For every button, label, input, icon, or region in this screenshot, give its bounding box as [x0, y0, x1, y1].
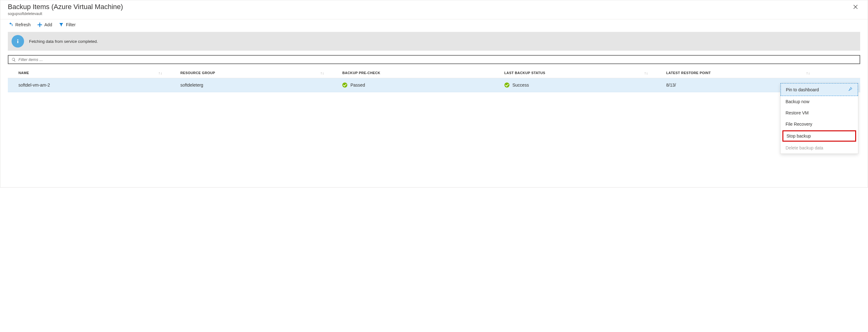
menu-backup-now-label: Backup now	[785, 99, 809, 104]
success-icon	[504, 83, 509, 87]
search-icon	[11, 57, 16, 62]
blade-header: Backup Items (Azure Virtual Machine) sog…	[0, 0, 868, 19]
success-icon	[342, 83, 347, 87]
menu-pin-to-dashboard[interactable]: Pin to dashboard	[780, 83, 858, 96]
toolbar: Refresh Add Filter	[0, 19, 868, 32]
content-area: Fetching data from service completed. Na…	[0, 32, 868, 92]
menu-stop-backup-label: Stop backup	[786, 134, 811, 138]
refresh-icon	[8, 22, 13, 28]
col-actions	[818, 68, 861, 78]
pin-icon	[848, 87, 853, 92]
cell-backup-precheck-label: Passed	[350, 83, 365, 87]
col-last-backup-status-label: Last Backup Status	[504, 71, 545, 75]
cell-last-backup-status: Success	[494, 78, 656, 92]
filter-icon	[58, 22, 64, 28]
sort-icon[interactable]: ↑↓	[320, 71, 324, 75]
sort-icon[interactable]: ↑↓	[644, 71, 648, 75]
backup-items-table: Name ↑↓ Resource Group ↑↓ Backup Pre-Che…	[8, 68, 860, 92]
filter-label: Filter	[66, 22, 75, 27]
menu-file-recovery[interactable]: File Recovery	[780, 118, 858, 130]
svg-point-0	[17, 39, 18, 40]
sort-icon[interactable]: ↑↓	[806, 71, 810, 75]
filter-input-container[interactable]	[8, 55, 860, 64]
filter-button[interactable]: Filter	[58, 22, 75, 28]
refresh-button[interactable]: Refresh	[8, 22, 31, 28]
col-resource-group[interactable]: Resource Group ↑↓	[170, 68, 332, 78]
menu-delete-backup-data: Delete backup data	[780, 142, 858, 154]
col-backup-precheck-label: Backup Pre-Check	[342, 71, 380, 75]
page-title: Backup Items (Azure Virtual Machine)	[8, 3, 123, 11]
col-last-backup-status[interactable]: Last Backup Status ↑↓	[494, 68, 656, 78]
close-button[interactable]	[851, 3, 860, 12]
col-resource-group-label: Resource Group	[181, 71, 215, 75]
menu-backup-now[interactable]: Backup now	[780, 96, 858, 107]
info-icon	[11, 35, 24, 48]
page-subtitle: sogupsoftdeletevault	[8, 11, 123, 16]
col-latest-restore-point-label: Latest Restore Point	[666, 71, 711, 75]
menu-delete-backup-data-label: Delete backup data	[785, 145, 823, 150]
add-icon	[37, 22, 42, 28]
menu-file-recovery-label: File Recovery	[785, 121, 812, 127]
table-header-row: Name ↑↓ Resource Group ↑↓ Backup Pre-Che…	[8, 68, 860, 78]
col-backup-precheck[interactable]: Backup Pre-Check	[332, 68, 494, 78]
cell-resource-group: softdeleterg	[170, 78, 332, 92]
cell-last-backup-status-label: Success	[513, 83, 529, 87]
refresh-label: Refresh	[15, 22, 31, 27]
cell-backup-precheck: Passed	[332, 78, 494, 92]
filter-input[interactable]	[19, 57, 857, 62]
blade-container: Backup Items (Azure Virtual Machine) sog…	[0, 0, 868, 188]
col-latest-restore-point[interactable]: Latest Restore Point ↑↓	[656, 68, 818, 78]
svg-rect-1	[18, 41, 19, 44]
menu-stop-backup[interactable]: Stop backup	[782, 130, 856, 142]
menu-restore-vm[interactable]: Restore VM	[780, 107, 858, 118]
menu-pin-label: Pin to dashboard	[786, 87, 819, 92]
info-message: Fetching data from service completed.	[29, 39, 98, 44]
col-name-label: Name	[19, 71, 29, 75]
menu-restore-vm-label: Restore VM	[785, 110, 809, 115]
sort-icon[interactable]: ↑↓	[158, 71, 162, 75]
col-name[interactable]: Name ↑↓	[8, 68, 170, 78]
add-label: Add	[44, 22, 52, 27]
close-icon	[853, 5, 858, 9]
add-button[interactable]: Add	[37, 22, 52, 28]
context-menu: Pin to dashboard Backup now Restore VM F…	[780, 83, 858, 154]
cell-name: softdel-vm-am-2	[8, 78, 170, 92]
info-bar: Fetching data from service completed.	[8, 32, 860, 51]
table-row[interactable]: softdel-vm-am-2 softdeleterg Passed Succ…	[8, 78, 860, 92]
